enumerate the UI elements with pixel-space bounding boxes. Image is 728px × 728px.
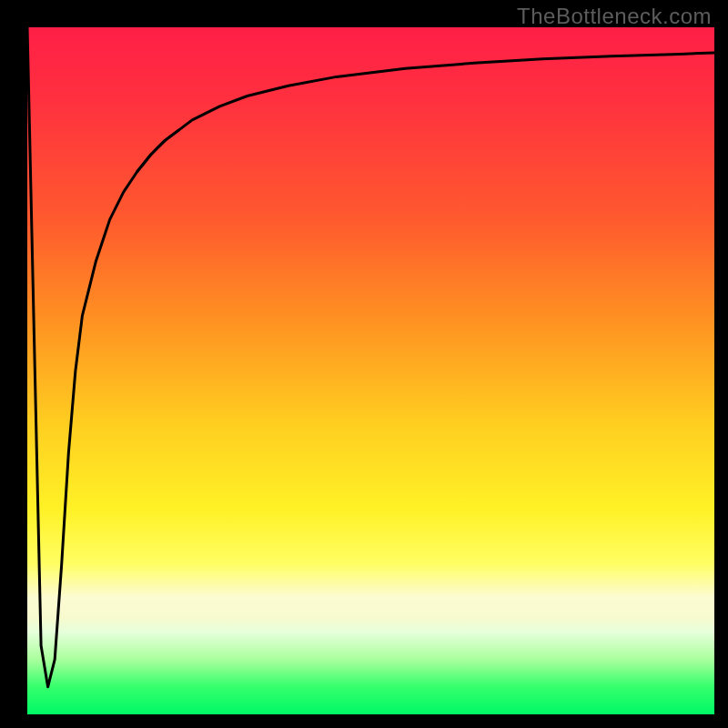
plot-area <box>27 27 714 714</box>
bottleneck-curve <box>27 27 714 687</box>
curve-svg <box>27 27 714 714</box>
chart-frame: TheBottleneck.com <box>0 0 728 728</box>
watermark-text: TheBottleneck.com <box>517 4 712 29</box>
